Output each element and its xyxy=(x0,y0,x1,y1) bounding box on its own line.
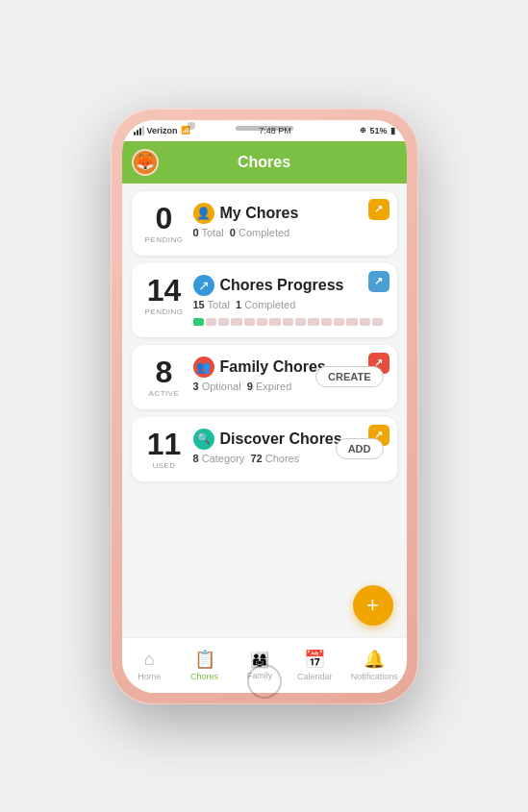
my-chores-title: My Chores xyxy=(220,205,299,222)
discover-chores-left: 11 USED xyxy=(145,429,184,470)
my-chores-card[interactable]: ↗ 0 PENDING 👤 My Chores 0 Total 0 Comple… xyxy=(132,191,397,256)
progress-segment xyxy=(295,318,306,326)
signal-bar-3 xyxy=(139,128,141,135)
progress-segment xyxy=(321,318,332,326)
nav-chores[interactable]: 📋 Chores xyxy=(186,649,224,681)
status-left: Verizon 📶 xyxy=(134,126,190,135)
progress-segment xyxy=(206,318,216,326)
nav-home-label: Home xyxy=(138,672,161,681)
progress-bar xyxy=(193,318,384,326)
my-chores-info: 👤 My Chores 0 Total 0 Completed xyxy=(193,203,384,238)
discover-chores-card[interactable]: ↗ 11 USED 🔍 Discover Chores 8 Category 7… xyxy=(132,417,397,481)
chores-progress-subtitle: 15 Total 1 Completed xyxy=(193,299,384,310)
home-button[interactable] xyxy=(247,664,282,699)
notifications-icon: 🔔 xyxy=(364,649,385,670)
progress-segment xyxy=(283,318,293,326)
create-button[interactable]: CREATE xyxy=(315,366,383,387)
app-header: 🦊 Chores xyxy=(122,141,407,184)
chores-icon: 📋 xyxy=(194,649,215,670)
battery-icon: ▮ xyxy=(390,126,395,135)
nav-chores-label: Chores xyxy=(190,672,218,681)
nav-calendar[interactable]: 📅 Calendar xyxy=(295,649,334,681)
nav-home[interactable]: ⌂ Home xyxy=(130,650,168,681)
chores-progress-left: 14 PENDING xyxy=(145,275,184,316)
signal-bar-4 xyxy=(142,126,144,135)
phone-camera xyxy=(188,122,195,130)
my-chores-number: 0 xyxy=(151,203,178,234)
progress-segment xyxy=(231,318,241,326)
my-chores-icon: 👤 xyxy=(193,203,214,224)
discover-chores-icon: 🔍 xyxy=(193,429,214,450)
progress-segment xyxy=(346,318,357,326)
nav-notifications[interactable]: 🔔 Notifications xyxy=(351,649,398,681)
chores-progress-label: PENDING xyxy=(145,308,184,316)
signal-bars xyxy=(134,126,144,135)
progress-segment xyxy=(334,318,344,326)
my-chores-subtitle: 0 Total 0 Completed xyxy=(193,227,384,238)
status-right: ⊕ 51% ▮ xyxy=(360,126,394,135)
battery-percent: 51% xyxy=(369,126,387,135)
family-chores-icon: 👥 xyxy=(193,357,214,378)
discover-chores-number: 11 xyxy=(147,429,182,459)
main-content: ↗ 0 PENDING 👤 My Chores 0 Total 0 Comple… xyxy=(122,184,407,637)
progress-segment xyxy=(308,318,318,326)
avatar-image: 🦊 xyxy=(136,153,155,171)
progress-segment xyxy=(193,318,204,326)
chores-progress-title: Chores Progress xyxy=(220,277,344,294)
header-title: Chores xyxy=(238,154,290,171)
progress-segment xyxy=(360,318,370,326)
family-chores-number: 8 xyxy=(151,357,178,387)
progress-segment xyxy=(269,318,280,326)
carrier-name: Verizon xyxy=(147,126,178,135)
phone-frame: Verizon 📶 7:48 PM ⊕ 51% ▮ 🦊 Chores ↗ xyxy=(111,109,418,704)
chores-progress-icon: ↗ xyxy=(193,275,214,296)
family-chores-label: ACTIVE xyxy=(149,389,180,398)
nav-calendar-label: Calendar xyxy=(297,672,333,681)
family-chores-left: 8 ACTIVE xyxy=(145,357,184,398)
my-chores-left: 0 PENDING xyxy=(145,203,184,244)
phone-speaker xyxy=(236,126,293,131)
calendar-icon: 📅 xyxy=(304,649,325,670)
signal-bar-2 xyxy=(137,130,138,135)
home-icon: ⌂ xyxy=(144,650,155,670)
signal-bar-1 xyxy=(134,132,136,135)
status-bar: Verizon 📶 7:48 PM ⊕ 51% ▮ xyxy=(122,120,407,141)
nav-notifications-label: Notifications xyxy=(351,672,398,681)
chores-progress-number: 14 xyxy=(147,275,182,306)
progress-segment xyxy=(372,318,383,326)
family-chores-title: Family Chores xyxy=(220,358,326,376)
progress-segment xyxy=(257,318,267,326)
family-chores-card[interactable]: ↗ 8 ACTIVE 👥 Family Chores 3 Optional 9 … xyxy=(132,345,397,409)
chores-progress-info: ↗ Chores Progress 15 Total 1 Completed xyxy=(193,275,384,326)
my-chores-label: PENDING xyxy=(145,235,184,244)
chores-progress-card[interactable]: ↗ 14 PENDING ↗ Chores Progress 15 Total … xyxy=(132,263,397,337)
chores-progress-arrow: ↗ xyxy=(368,271,390,292)
my-chores-arrow: ↗ xyxy=(368,199,390,220)
user-avatar[interactable]: 🦊 xyxy=(132,149,159,176)
discover-chores-label: USED xyxy=(152,461,175,470)
fab-button[interactable]: + xyxy=(353,585,393,626)
location-icon: ⊕ xyxy=(360,126,366,135)
progress-segment xyxy=(244,318,255,326)
phone-screen: Verizon 📶 7:48 PM ⊕ 51% ▮ 🦊 Chores ↗ xyxy=(122,120,407,693)
progress-bar-section xyxy=(193,318,384,326)
discover-chores-title: Discover Chores xyxy=(220,431,342,448)
add-button[interactable]: ADD xyxy=(336,438,384,459)
progress-segment xyxy=(218,318,229,326)
